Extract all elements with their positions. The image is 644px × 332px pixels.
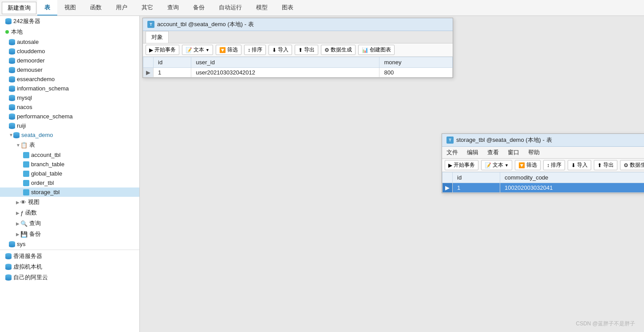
sidebar-item-242server[interactable]: 242服务器 — [0, 16, 139, 27]
table-icon — [23, 161, 29, 168]
sidebar-item-demoorder[interactable]: demoorder — [0, 56, 139, 65]
sidebar-item-essearchdemo[interactable]: essearchdemo — [0, 74, 139, 84]
sidebar-item-order-tbl[interactable]: order_tbl — [0, 178, 139, 187]
sidebar-item-sys[interactable]: sys — [0, 239, 139, 249]
sidebar-item-information-schema[interactable]: information_schema — [0, 84, 139, 93]
storage-filter-icon: 🔽 — [518, 162, 525, 168]
vm-server-label: 虚拟机本机 — [13, 263, 42, 271]
tab-function[interactable]: 函数 — [83, 0, 109, 16]
storage-text-dropdown-icon: ▼ — [505, 163, 509, 168]
sidebar-item-seata-demo[interactable]: ▼ seata_demo — [0, 130, 139, 140]
account-datagen-btn[interactable]: ⚙ 数据生成 — [321, 45, 356, 55]
account-sort-btn[interactable]: ↕ 排序 — [244, 45, 266, 55]
menu-help[interactable]: 帮助 — [526, 148, 541, 157]
sidebar-item-functions-group[interactable]: ▶ ƒ 函数 — [0, 207, 139, 218]
tab-query[interactable]: 查询 — [160, 0, 186, 16]
sidebar-item-views-group[interactable]: ▶ 👁 视图 — [0, 197, 139, 207]
queries-group-label: 查询 — [29, 219, 41, 227]
tab-autorun[interactable]: 自动运行 — [212, 0, 249, 16]
global-table-label: global_table — [31, 170, 62, 177]
tab-model[interactable]: 模型 — [249, 0, 275, 16]
account-col-id[interactable]: id — [154, 57, 191, 68]
storage-window-title: storage_tbl @seata_demo (本地) - 表 — [456, 136, 552, 144]
storage-sort-btn[interactable]: ↕ 排序 — [543, 160, 565, 170]
sort-icon: ↕ — [248, 47, 250, 53]
functions-icon: ƒ — [20, 210, 24, 216]
account-text-btn[interactable]: 📝 文本 ▼ — [182, 45, 213, 55]
sidebar-item-queries-group[interactable]: ▶ 🔍 查询 — [0, 218, 139, 229]
sidebar-item-performance-schema[interactable]: performance_schema — [0, 112, 139, 121]
sidebar-item-nacos[interactable]: nacos — [0, 102, 139, 112]
sidebar-item-tables-group[interactable]: ▼ 📋 表 — [0, 140, 139, 150]
sidebar-item-vm-server[interactable]: 虚拟机本机 — [0, 262, 139, 272]
storage-import-btn[interactable]: ⬇ 导入 — [568, 160, 591, 170]
account-col-user-id[interactable]: user_id — [191, 57, 379, 68]
storage-text-icon: 📝 — [485, 162, 491, 168]
db-icon — [5, 253, 12, 259]
sidebar-item-backups-group[interactable]: ▶ 💾 备份 — [0, 229, 139, 239]
sidebar-item-branch-table[interactable]: branch_table — [0, 160, 139, 169]
storage-window-title-bar: T storage_tbl @seata_demo (本地) - 表 — [442, 134, 644, 147]
tab-chart[interactable]: 图表 — [275, 0, 300, 16]
db-demoorder-label: demoorder — [17, 57, 45, 64]
account-begin-tx-btn[interactable]: ▶ 开始事务 — [146, 45, 179, 55]
tab-backup[interactable]: 备份 — [186, 0, 212, 16]
new-query-button[interactable]: 新建查询 — [2, 2, 36, 14]
functions-arrow-icon: ▶ — [16, 211, 20, 215]
storage-col-id[interactable]: id — [453, 172, 500, 183]
tab-table[interactable]: 表 — [37, 0, 57, 16]
storage-data-table: id commodity_code count ▶ 1 100202003032… — [442, 172, 644, 193]
menu-view[interactable]: 查看 — [486, 148, 501, 157]
sidebar-item-account-tbl[interactable]: account_tbl — [0, 150, 139, 160]
storage-begin-tx-btn[interactable]: ▶ 开始事务 — [445, 160, 478, 170]
queries-icon: 🔍 — [20, 220, 28, 227]
backups-icon: 💾 — [20, 231, 28, 238]
account-col-money[interactable]: money — [379, 57, 453, 68]
account-export-btn[interactable]: ⬆ 导出 — [295, 45, 318, 55]
table-icon — [23, 152, 29, 158]
storage-begin-tx-label: 开始事务 — [454, 161, 475, 169]
db-mysql-label: mysql — [17, 94, 32, 101]
table-row[interactable]: ▶ 1 100202003032041 10 — [443, 183, 644, 193]
storage-export-btn[interactable]: ⬆ 导出 — [594, 160, 617, 170]
table-row[interactable]: ▶ 1 user202103032042012 800 — [143, 68, 453, 78]
sidebar-item-ruiji[interactable]: ruiji — [0, 121, 139, 130]
storage-window-db-icon: T — [446, 137, 454, 144]
account-row0-id: 1 — [154, 68, 191, 78]
storage-sort-label: 排序 — [551, 161, 561, 169]
storage-filter-btn[interactable]: 🔽 筛选 — [515, 160, 541, 170]
sidebar-item-autosale[interactable]: autosale — [0, 37, 139, 47]
tab-other[interactable]: 其它 — [134, 0, 160, 16]
menu-edit[interactable]: 编辑 — [465, 148, 480, 157]
db-icon — [5, 18, 12, 24]
account-window-db-icon: T — [147, 21, 154, 28]
sidebar-item-aliyun-server[interactable]: 自己的阿里云 — [0, 272, 139, 283]
account-createchart-btn[interactable]: 📊 创建图表 — [358, 45, 395, 55]
account-filter-label: 筛选 — [227, 46, 238, 54]
storage-datagen-btn[interactable]: ⚙ 数据生成 — [620, 160, 644, 170]
account-filter-btn[interactable]: 🔽 筛选 — [216, 45, 241, 55]
account-table-data: id user_id money ▶ 1 user202103032042012… — [143, 57, 453, 78]
storage-sort-icon: ↕ — [547, 162, 549, 168]
storage-text-btn[interactable]: 📝 文本 ▼ — [481, 160, 512, 170]
sidebar-item-demouser[interactable]: demouser — [0, 65, 139, 74]
account-tab-object[interactable]: 对象 — [146, 31, 169, 43]
sidebar-item-storage-tbl[interactable]: storage_tbl — [0, 187, 139, 197]
sidebar: 242服务器 本地 autosale clouddemo demoorder d… — [0, 16, 140, 332]
aliyun-server-label: 自己的阿里云 — [13, 273, 48, 281]
menu-window[interactable]: 窗口 — [506, 148, 521, 157]
storage-col-commodity-code[interactable]: commodity_code — [500, 172, 644, 183]
tab-user[interactable]: 用户 — [109, 0, 134, 16]
tab-view[interactable]: 视图 — [57, 0, 83, 16]
sidebar-item-clouddemo[interactable]: clouddemo — [0, 47, 139, 56]
db-icon — [13, 132, 20, 138]
sidebar-item-hk-server[interactable]: 香港服务器 — [0, 251, 139, 262]
account-row0-userid: user202103032042012 — [191, 68, 379, 78]
sidebar-item-mysql[interactable]: mysql — [0, 93, 139, 102]
createchart-icon: 📊 — [362, 47, 368, 53]
sidebar-item-global-table[interactable]: global_table — [0, 169, 139, 178]
account-import-btn[interactable]: ⬇ 导入 — [269, 45, 292, 55]
menu-file[interactable]: 文件 — [445, 148, 460, 157]
sidebar-item-local[interactable]: 本地 — [0, 27, 139, 37]
account-datagen-label: 数据生成 — [331, 46, 352, 54]
